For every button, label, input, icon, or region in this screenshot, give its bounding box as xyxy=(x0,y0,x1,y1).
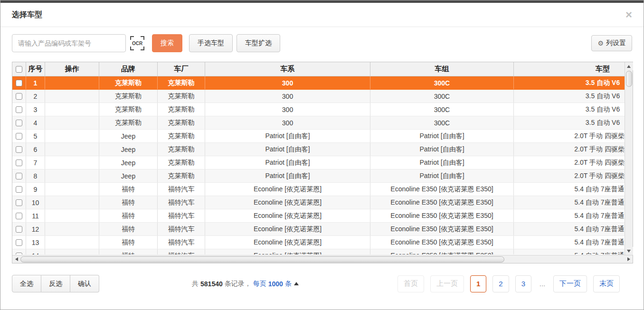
row-checkbox[interactable] xyxy=(16,93,22,100)
row-series: 300 xyxy=(205,76,370,89)
row-series: Econoline [依克诺莱恩] xyxy=(205,209,370,222)
row-brand: Jeep xyxy=(99,169,158,182)
table-row[interactable]: 11 福特 福特汽车 Econoline [依克诺莱恩] Econoline E… xyxy=(12,209,625,223)
row-group: Patriot [自由客] xyxy=(370,156,514,169)
last-page-button[interactable]: 末页 xyxy=(593,275,620,292)
row-checkbox[interactable] xyxy=(16,253,22,255)
row-model: 3.5 自动 V6 xyxy=(514,76,625,89)
table-row[interactable]: 14 福特 福特汽车 Econoline [依克诺莱恩] Econoline E… xyxy=(12,249,625,254)
column-header-group: 车组 xyxy=(370,62,514,76)
row-index: 13 xyxy=(26,236,45,249)
table-row[interactable]: 2 克莱斯勒 克莱斯勒 300 300C 3.5 自动 V6 xyxy=(12,90,625,103)
scroll-left-arrow-icon[interactable] xyxy=(12,255,20,263)
table-row[interactable]: 7 Jeep 克莱斯勒 Patriot [自由客] Patriot [自由客] … xyxy=(12,156,625,169)
table-row[interactable]: 1 克莱斯勒 克莱斯勒 300 300C 3.5 自动 V6 xyxy=(12,76,625,90)
horizontal-scrollbar[interactable] xyxy=(12,255,633,263)
select-all-button[interactable]: 全选 xyxy=(12,275,41,292)
row-factory: 福特汽车 xyxy=(158,196,205,209)
row-model: 5.4 自动 7座普通游 xyxy=(514,183,625,196)
row-series: 300 xyxy=(205,116,370,129)
table-viewport: 序号 操作 品牌 车厂 车系 车组 车型 xyxy=(12,62,625,255)
row-checkbox[interactable] xyxy=(16,213,22,219)
column-header-factory: 车厂 xyxy=(158,62,205,76)
table-row[interactable]: 13 福特 福特汽车 Econoline [依克诺莱恩] Econoline E… xyxy=(12,236,625,249)
prev-page-button[interactable]: 上一页 xyxy=(430,275,464,292)
row-factory: 克莱斯勒 xyxy=(158,103,205,116)
row-model: 2.0T 手动 四驱柴油 xyxy=(514,143,625,156)
table-body: 1 克莱斯勒 克莱斯勒 300 300C 3.5 自动 V6 xyxy=(12,76,625,254)
row-checkbox[interactable] xyxy=(16,80,22,86)
row-factory: 福特汽车 xyxy=(158,209,205,222)
search-input[interactable] xyxy=(12,34,126,52)
row-operation xyxy=(45,183,99,196)
row-model: 5.4 自动 7座普通游 xyxy=(514,236,625,249)
table-row[interactable]: 9 福特 福特汽车 Econoline [依克诺莱恩] Econoline E3… xyxy=(12,183,625,196)
first-page-button[interactable]: 首页 xyxy=(398,275,424,292)
horizontal-scroll-thumb[interactable] xyxy=(20,256,504,263)
row-checkbox[interactable] xyxy=(16,133,22,140)
confirm-button[interactable]: 确认 xyxy=(70,275,99,292)
table-row[interactable]: 12 福特 福特汽车 Econoline [依克诺莱恩] Econoline E… xyxy=(12,223,625,236)
row-operation xyxy=(45,156,99,169)
table-row[interactable]: 10 福特 福特汽车 Econoline [依克诺莱恩] Econoline E… xyxy=(12,196,625,209)
row-checkbox-cell xyxy=(12,183,26,196)
invert-select-button[interactable]: 反选 xyxy=(41,275,70,292)
close-icon[interactable]: × xyxy=(625,9,632,20)
row-checkbox[interactable] xyxy=(16,106,22,113)
row-series: Econoline [依克诺莱恩] xyxy=(205,223,370,235)
caret-up-icon xyxy=(294,282,299,285)
row-group: 300C xyxy=(370,103,514,116)
row-brand: 福特 xyxy=(99,236,158,249)
row-group: Econoline E350 [依克诺莱恩 E350] xyxy=(370,236,514,249)
page-button-3[interactable]: 3 xyxy=(515,275,531,292)
table-row[interactable]: 8 Jeep 克莱斯勒 Patriot [自由客] Patriot [自由客] … xyxy=(12,169,625,183)
row-brand: 克莱斯勒 xyxy=(99,103,158,116)
scroll-up-arrow-icon[interactable] xyxy=(625,62,633,70)
page-button-1[interactable]: 1 xyxy=(470,275,486,292)
row-checkbox[interactable] xyxy=(16,173,22,179)
per-page-prefix: 每页 xyxy=(253,280,266,288)
table-row[interactable]: 3 克莱斯勒 克莱斯勒 300 300C 3.5 自动 V6 xyxy=(12,103,625,116)
vertical-scroll-thumb[interactable] xyxy=(626,71,632,87)
row-brand: 克莱斯勒 xyxy=(99,76,158,89)
row-checkbox[interactable] xyxy=(16,239,22,246)
row-checkbox[interactable] xyxy=(16,120,22,126)
row-index: 7 xyxy=(26,156,45,169)
table-row[interactable]: 5 Jeep 克莱斯勒 Patriot [自由客] Patriot [自由客] … xyxy=(12,130,625,143)
per-page-selector[interactable]: 每页 1000 条 xyxy=(253,280,299,288)
row-checkbox[interactable] xyxy=(16,160,22,166)
page-button-2[interactable]: 2 xyxy=(492,275,509,292)
table-row[interactable]: 4 克莱斯勒 克莱斯勒 300 300C 3.5 自动 V6 xyxy=(12,116,625,130)
row-checkbox[interactable] xyxy=(16,199,22,206)
row-group: Econoline E350 [依克诺莱恩 E350] xyxy=(370,209,514,222)
select-all-checkbox[interactable] xyxy=(16,66,22,73)
record-stats: 共 581540 条记录， 每页 1000 条 xyxy=(99,280,391,288)
manual-select-button[interactable]: 手选车型 xyxy=(189,34,233,52)
row-checkbox-cell xyxy=(12,209,26,222)
ocr-scan-icon[interactable]: OCR xyxy=(130,36,144,50)
row-checkbox[interactable] xyxy=(16,226,22,233)
row-operation xyxy=(45,223,99,235)
scroll-down-arrow-icon[interactable] xyxy=(625,247,633,255)
ocr-corner xyxy=(130,47,134,50)
row-checkbox[interactable] xyxy=(16,186,22,193)
select-vehicle-modal: 选择车型 × OCR 搜索 手选车型 车型扩选 ⚙ 列设置 xyxy=(0,0,644,310)
row-series: 300 xyxy=(205,90,370,103)
vertical-scrollbar[interactable] xyxy=(625,62,633,255)
row-brand: 福特 xyxy=(99,196,158,209)
toolbar: OCR 搜索 手选车型 车型扩选 ⚙ 列设置 xyxy=(0,27,644,57)
table-row[interactable]: 6 Jeep 克莱斯勒 Patriot [自由客] Patriot [自由客] … xyxy=(12,143,625,156)
search-button[interactable]: 搜索 xyxy=(152,34,182,52)
column-settings-button[interactable]: ⚙ 列设置 xyxy=(591,35,632,51)
next-page-button[interactable]: 下一页 xyxy=(553,275,587,292)
row-group: Patriot [自由客] xyxy=(370,169,514,182)
scroll-right-arrow-icon[interactable] xyxy=(625,255,633,263)
row-factory: 福特汽车 xyxy=(158,223,205,235)
row-operation xyxy=(45,249,99,254)
row-checkbox-cell xyxy=(12,169,26,182)
model-expand-button[interactable]: 车型扩选 xyxy=(237,34,280,52)
row-operation xyxy=(45,169,99,182)
row-operation xyxy=(45,103,99,116)
row-checkbox-cell xyxy=(12,90,26,103)
row-checkbox[interactable] xyxy=(16,146,22,153)
